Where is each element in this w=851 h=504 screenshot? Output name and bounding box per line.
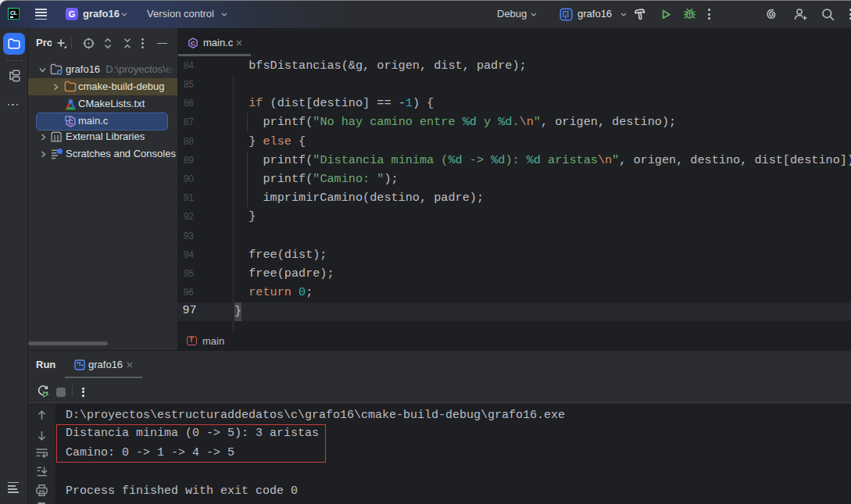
- svg-text:C: C: [191, 40, 195, 47]
